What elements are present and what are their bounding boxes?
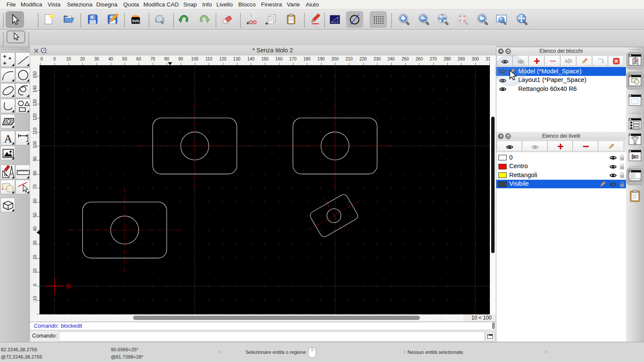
svg-text:SVG: SVG	[132, 19, 140, 23]
svg-text:A: A	[4, 133, 12, 145]
